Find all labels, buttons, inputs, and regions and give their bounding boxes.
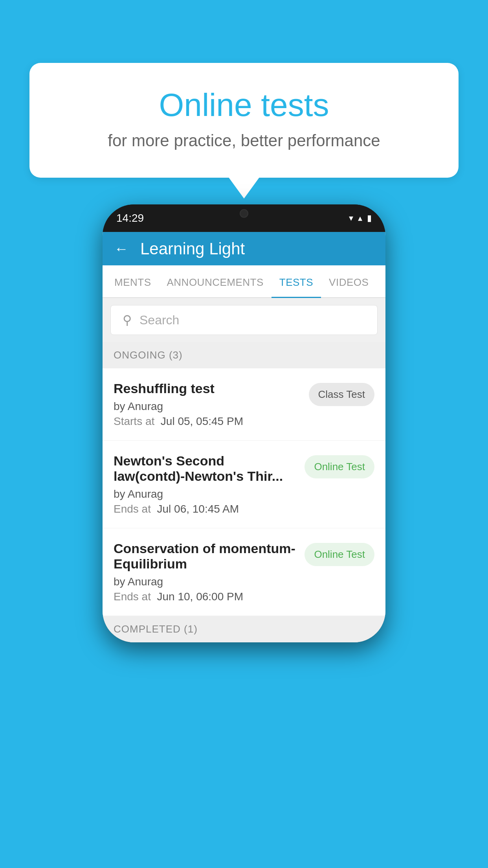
tab-tests[interactable]: TESTS [272, 265, 321, 297]
badge-class-test: Class Test [309, 383, 374, 406]
status-bar: 14:29 ▾ ▴ ▮ [103, 204, 385, 232]
tab-ments[interactable]: MENTS [106, 265, 159, 297]
tab-videos[interactable]: VIDEOS [321, 265, 376, 297]
phone-frame: 14:29 ▾ ▴ ▮ ← Learning Light MENTS [103, 204, 385, 642]
phone-container: 14:29 ▾ ▴ ▮ ← Learning Light MENTS [103, 204, 385, 642]
bubble-title: Online tests [61, 86, 427, 123]
completed-label: COMPLETED (1) [114, 623, 198, 635]
status-icons: ▾ ▴ ▮ [349, 213, 372, 223]
badge-online-test: Online Test [305, 455, 374, 478]
test-name: Newton's Second law(contd)-Newton's Thir… [114, 453, 297, 484]
tab-bar: MENTS ANNOUNCEMENTS TESTS VIDEOS [103, 265, 385, 298]
camera [240, 209, 248, 218]
completed-section-header: COMPLETED (1) [103, 616, 385, 642]
time-value: Jul 05, 05:45 PM [161, 415, 243, 427]
status-time: 14:29 [116, 212, 144, 224]
speech-bubble-tail [228, 177, 260, 199]
signal-icon: ▴ [358, 213, 362, 223]
speech-bubble: Online tests for more practice, better p… [29, 63, 459, 178]
badge-online-test-2: Online Test [305, 543, 374, 566]
test-time: Ends at Jul 06, 10:45 AM [114, 503, 297, 515]
test-author: by Anurag [114, 576, 297, 588]
test-author: by Anurag [114, 400, 301, 413]
time-label: Ends at [114, 590, 151, 603]
bubble-subtitle: for more practice, better performance [61, 131, 427, 150]
app-title: Learning Light [140, 239, 245, 258]
test-time: Starts at Jul 05, 05:45 PM [114, 415, 301, 428]
test-item[interactable]: Conservation of momentum-Equilibrium by … [103, 528, 385, 616]
test-name: Reshuffling test [114, 381, 301, 396]
back-button[interactable]: ← [114, 241, 128, 257]
notch [220, 204, 268, 222]
time-value: Jun 10, 06:00 PM [157, 590, 243, 603]
battery-icon: ▮ [367, 213, 372, 223]
search-bar[interactable]: ⚲ Search [110, 305, 378, 335]
search-container: ⚲ Search [103, 298, 385, 342]
app-header: ← Learning Light [103, 232, 385, 265]
test-info: Conservation of momentum-Equilibrium by … [114, 541, 297, 603]
test-list: Reshuffling test by Anurag Starts at Jul… [103, 368, 385, 616]
ongoing-label: ONGOING (3) [114, 349, 183, 361]
test-author: by Anurag [114, 488, 297, 500]
search-placeholder: Search [139, 313, 179, 327]
test-item[interactable]: Newton's Second law(contd)-Newton's Thir… [103, 441, 385, 528]
test-name: Conservation of momentum-Equilibrium [114, 541, 297, 572]
test-item[interactable]: Reshuffling test by Anurag Starts at Jul… [103, 368, 385, 441]
phone-screen: ← Learning Light MENTS ANNOUNCEMENTS TES… [103, 232, 385, 642]
time-label: Ends at [114, 503, 151, 515]
test-info: Reshuffling test by Anurag Starts at Jul… [114, 381, 301, 428]
tab-announcements[interactable]: ANNOUNCEMENTS [159, 265, 272, 297]
wifi-icon: ▾ [349, 213, 353, 223]
search-icon: ⚲ [123, 313, 132, 327]
time-value: Jul 06, 10:45 AM [157, 503, 239, 515]
test-info: Newton's Second law(contd)-Newton's Thir… [114, 453, 297, 515]
speech-bubble-container: Online tests for more practice, better p… [29, 63, 459, 199]
ongoing-section-header: ONGOING (3) [103, 342, 385, 368]
time-label: Starts at [114, 415, 154, 427]
test-time: Ends at Jun 10, 06:00 PM [114, 590, 297, 603]
